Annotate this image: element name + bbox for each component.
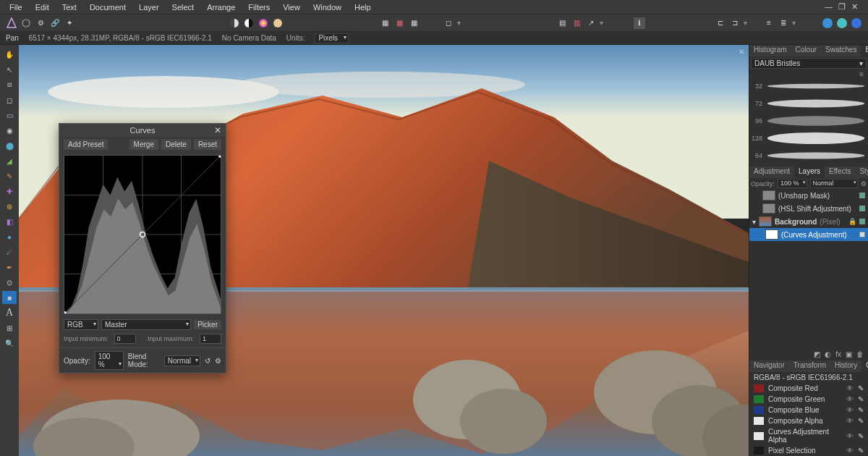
- channel-item[interactable]: Curves Adjustment Alpha👁✎: [749, 426, 868, 445]
- layer-opacity-select[interactable]: 100 %: [778, 179, 807, 188]
- in-min-field[interactable]: [114, 334, 136, 344]
- channel-item[interactable]: Composite Blue👁✎: [749, 405, 868, 415]
- menu-select[interactable]: Select: [166, 1, 201, 13]
- layer-gear-icon[interactable]: ⚙: [861, 180, 867, 187]
- color-wheel-icon[interactable]: [258, 17, 269, 29]
- maximize-icon[interactable]: ❐: [838, 2, 846, 12]
- menu-arrange[interactable]: Arrange: [200, 1, 242, 13]
- dodge-tool[interactable]: ●: [2, 230, 17, 243]
- layer-blend-select[interactable]: Normal: [810, 179, 858, 188]
- erase-tool[interactable]: ◧: [2, 215, 17, 228]
- persona-photo-icon[interactable]: [822, 17, 833, 29]
- lock-icon[interactable]: 🔒: [848, 218, 856, 225]
- heal-tool[interactable]: ✚: [2, 185, 17, 198]
- brush-preview[interactable]: [765, 80, 867, 93]
- brush-tool[interactable]: ✎: [2, 169, 17, 182]
- layer-item-curves[interactable]: (Curves Adjustment): [749, 228, 868, 241]
- tab-navigator[interactable]: Navigator: [749, 360, 789, 372]
- layer-item-background[interactable]: ▾ Background (Pixel) 🔒: [749, 215, 868, 228]
- grid-b-icon[interactable]: ▦: [393, 17, 405, 29]
- hand-tool[interactable]: ✋: [2, 48, 17, 61]
- curves-graph[interactable]: [64, 155, 221, 314]
- curves-title-bar[interactable]: Curves ✕: [59, 124, 226, 137]
- lasso-tool[interactable]: ◉: [2, 124, 17, 137]
- persona-liquify-icon[interactable]: [836, 17, 848, 29]
- info-icon[interactable]: ℹ: [634, 17, 645, 29]
- menu-filters[interactable]: Filters: [242, 1, 276, 13]
- persona-develop-icon[interactable]: [851, 17, 862, 29]
- picker-tool[interactable]: ⊙: [2, 276, 17, 289]
- smudge-tool[interactable]: ☄: [2, 245, 17, 258]
- shape-tool[interactable]: ■: [2, 291, 17, 304]
- marquee-tool[interactable]: ▭: [2, 109, 17, 122]
- tab-styles[interactable]: Styles: [855, 166, 868, 178]
- crop-tool[interactable]: ⧈: [2, 78, 17, 91]
- tab-layers[interactable]: Layers: [794, 166, 825, 178]
- picker-button[interactable]: Picker: [194, 320, 221, 329]
- channel-item[interactable]: Composite Green👁✎: [749, 394, 868, 405]
- sphere-icon[interactable]: [272, 17, 284, 29]
- move-tool[interactable]: ↖: [2, 63, 17, 76]
- gradient-tool[interactable]: ◢: [2, 154, 17, 167]
- canvas-close-icon[interactable]: ✕: [739, 48, 744, 56]
- curves-reset-icon[interactable]: ↺: [205, 357, 210, 365]
- channel-item[interactable]: Composite Red👁✎: [749, 383, 868, 394]
- brush-preview[interactable]: [765, 132, 867, 145]
- lens-icon[interactable]: [20, 17, 32, 29]
- add-preset-button[interactable]: Add Preset: [64, 139, 108, 150]
- expand-icon[interactable]: ▾: [752, 218, 756, 226]
- units-select[interactable]: Pixels: [315, 33, 349, 43]
- channel-item[interactable]: Pixel Selection👁✎: [749, 445, 868, 456]
- eye-icon[interactable]: 👁: [846, 432, 854, 440]
- pen-tool[interactable]: ✒: [2, 261, 17, 274]
- brush-preview[interactable]: [765, 149, 867, 162]
- in-max-field[interactable]: [200, 334, 221, 344]
- curves-gear-icon[interactable]: ⚙: [215, 357, 221, 365]
- brush-preview[interactable]: [765, 97, 867, 110]
- tab-adjustment[interactable]: Adjustment: [749, 166, 794, 178]
- brush-library-select[interactable]: DAUB Bristles▾: [751, 58, 867, 69]
- wand-icon[interactable]: ✦: [64, 17, 75, 29]
- align-c-icon[interactable]: ↗: [585, 17, 597, 29]
- eye-icon[interactable]: 👁: [846, 384, 854, 392]
- link-icon[interactable]: 🔗: [49, 17, 61, 29]
- arrange-a-icon[interactable]: ≡: [763, 17, 775, 29]
- arrange-b-icon[interactable]: ≣: [778, 17, 789, 29]
- zoom-tool[interactable]: 🔍: [2, 337, 17, 350]
- minimize-icon[interactable]: —: [825, 2, 833, 12]
- visibility-checkbox[interactable]: [859, 193, 865, 198]
- menu-view[interactable]: View: [276, 1, 307, 13]
- flood-tool[interactable]: ⬤: [2, 139, 17, 152]
- tab-effects[interactable]: Effects: [825, 166, 855, 178]
- grid-c-icon[interactable]: ▦: [408, 17, 420, 29]
- text-tool[interactable]: A: [2, 306, 17, 319]
- eye-icon[interactable]: 👁: [846, 395, 854, 403]
- clone-tool[interactable]: ⊛: [2, 200, 17, 213]
- mask-icon[interactable]: ◩: [814, 350, 820, 358]
- mask-square-icon[interactable]: ◻: [443, 17, 454, 29]
- contrast-icon[interactable]: [243, 17, 255, 29]
- edit-icon[interactable]: ✎: [858, 395, 864, 403]
- menu-help[interactable]: Help: [348, 1, 378, 13]
- tab-colour[interactable]: Colour: [791, 45, 821, 56]
- layer-item[interactable]: (Unsharp Mask): [749, 189, 868, 202]
- menu-file[interactable]: File: [3, 1, 29, 13]
- tab-brushes[interactable]: Brushes: [861, 45, 868, 56]
- close-icon[interactable]: ✕: [851, 2, 858, 12]
- selection-tool[interactable]: ◻: [2, 93, 17, 106]
- crop-layer-icon[interactable]: ▣: [846, 350, 852, 358]
- menu-text[interactable]: Text: [56, 1, 83, 13]
- edit-icon[interactable]: ✎: [858, 384, 864, 392]
- tab-history[interactable]: History: [830, 360, 861, 372]
- align-a-icon[interactable]: ▤: [556, 17, 568, 29]
- eye-icon[interactable]: 👁: [846, 447, 854, 455]
- delete-button[interactable]: Delete: [161, 139, 191, 150]
- fx-icon[interactable]: fx: [835, 350, 841, 358]
- misc-tool[interactable]: ⊞: [2, 321, 17, 334]
- eye-icon[interactable]: 👁: [846, 406, 854, 414]
- edit-icon[interactable]: ✎: [858, 447, 864, 455]
- brush-preview[interactable]: [765, 114, 867, 127]
- curves-master-select[interactable]: Master: [101, 319, 191, 330]
- curves-opacity-select[interactable]: 100 %: [95, 351, 124, 370]
- edit-icon[interactable]: ✎: [858, 417, 864, 425]
